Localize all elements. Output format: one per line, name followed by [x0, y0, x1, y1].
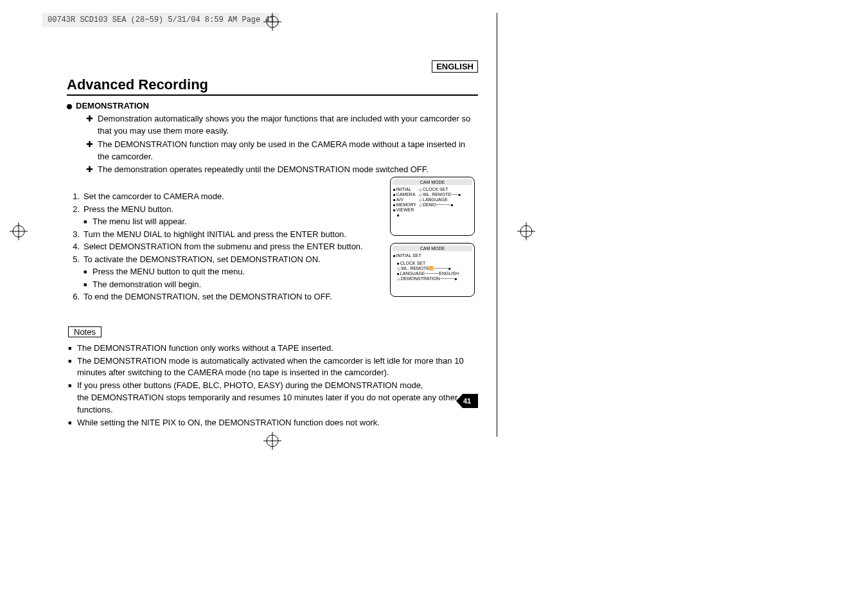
registration-mark-icon	[263, 13, 281, 31]
square-bullet-icon	[68, 342, 77, 355]
square-bullet-icon	[84, 215, 93, 228]
step-text: To activate the DEMONSTRATION, set DEMON…	[84, 253, 321, 266]
intro-list: ✚Demonstration automatically shows you t…	[86, 113, 478, 176]
page-title: Advanced Recording	[67, 76, 478, 93]
lcd-title: CAM MODE	[393, 245, 472, 251]
square-bullet-icon	[84, 278, 93, 291]
step-text: To end the DEMONSTRATION, set the DEMONS…	[84, 290, 332, 303]
lcd-screen-submenu: CAM MODE INITIAL SET CLOCK SET WL. REMOT…	[390, 243, 475, 297]
print-slug: 00743R SCD103 SEA (28~59) 5/31/04 8:59 A…	[42, 13, 279, 27]
registration-mark-icon	[10, 222, 28, 240]
substep-text: The demonstration will begin.	[93, 278, 201, 291]
plus-icon: ✚	[86, 139, 98, 151]
intro-item: Demonstration automatically shows you th…	[98, 113, 478, 138]
step-text: Select DEMONSTRATION from the submenu an…	[84, 240, 363, 253]
notes-heading: Notes	[68, 326, 102, 337]
substep-text: Press the MENU button to quit the menu.	[93, 265, 245, 278]
lcd-title: CAM MODE	[393, 179, 472, 185]
intro-item: The DEMONSTRATION function may only be u…	[98, 139, 478, 163]
square-bullet-icon	[68, 417, 77, 429]
note-text: The DEMONSTRATION mode is automatically …	[77, 355, 478, 380]
lcd-screen-main-menu: CAM MODE INITIALCLOCK SET CAMERAWL. REMO…	[390, 177, 475, 236]
remote-icon	[429, 266, 434, 271]
plus-icon: ✚	[86, 113, 98, 125]
bullet-icon	[67, 104, 72, 109]
square-bullet-icon	[84, 265, 93, 278]
lcd-subtitle: INITIAL SET	[396, 253, 421, 258]
intro-item: The demonstration operates repeatedly un…	[98, 164, 429, 176]
note-text: The DEMONSTRATION function only works wi…	[77, 342, 333, 355]
registration-mark-icon	[263, 432, 281, 450]
section-heading: DEMONSTRATION	[67, 101, 478, 111]
notes-list: The DEMONSTRATION function only works wi…	[68, 342, 478, 429]
step-text: Turn the MENU DIAL to highlight INITIAL …	[84, 228, 346, 241]
substep-text: The menu list will appear.	[93, 215, 187, 228]
language-badge: ENGLISH	[432, 60, 478, 73]
step-text: Press the MENU button.	[84, 203, 173, 216]
registration-mark-icon	[517, 222, 535, 240]
title-rule	[67, 94, 478, 96]
note-text: While setting the NITE PIX to ON, the DE…	[77, 417, 380, 429]
page-number: 41	[456, 394, 478, 408]
square-bullet-icon	[68, 380, 77, 392]
step-text: Set the camcorder to CAMERA mode.	[84, 190, 224, 203]
section-heading-text: DEMONSTRATION	[76, 101, 149, 111]
square-bullet-icon	[68, 355, 77, 368]
plus-icon: ✚	[86, 164, 98, 176]
note-text: If you press other buttons (FADE, BLC, P…	[77, 380, 478, 416]
fold-line	[497, 13, 497, 437]
